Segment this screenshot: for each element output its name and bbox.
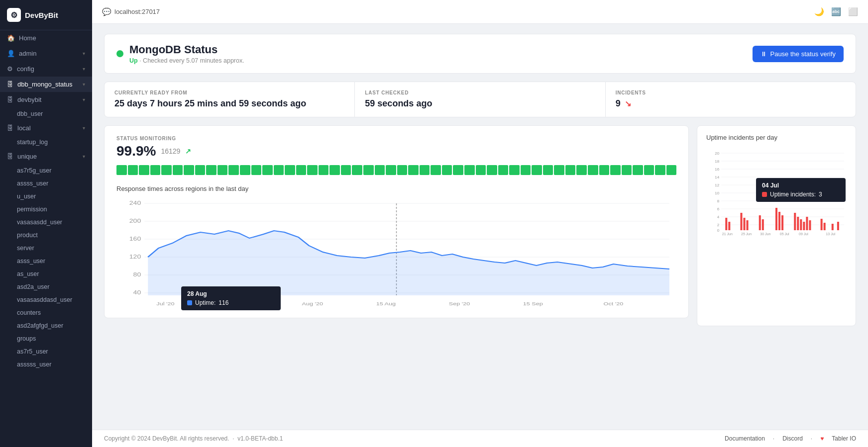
app-name: DevByBit [25, 11, 58, 19]
sidebar-item-home[interactable]: 🏠 Home [0, 30, 92, 46]
sidebar-item-vasasasdd-user[interactable]: vasasasdd_user [0, 216, 92, 229]
bar-chart-area: 20 18 16 14 12 10 8 6 4 2 0 [706, 148, 847, 238]
sidebar-item-vasasasddasd-user[interactable]: vasasasddasd_user [0, 293, 92, 306]
pause-icon: ⏸ [760, 50, 767, 58]
sidebar-item-permission[interactable]: permission [0, 203, 92, 216]
bar-tooltip-date: 04 Jul [762, 182, 840, 189]
chevron-icon: ▾ [83, 97, 85, 102]
svg-rect-57 [821, 219, 823, 230]
sidebar-item-product[interactable]: product [0, 229, 92, 242]
sidebar-item-devbybit[interactable]: 🗄 devbybit ▾ [0, 92, 92, 107]
sidebar-item-local[interactable]: 🗄 local ▾ [0, 120, 92, 136]
svg-text:15 Aug: 15 Aug [376, 301, 396, 306]
bar-tooltip-dot [762, 192, 767, 197]
svg-text:15 Sep: 15 Sep [523, 301, 543, 306]
incidents-chart-title: Uptime incidents per day [706, 134, 847, 141]
uptime-block [431, 165, 441, 175]
dark-mode-icon[interactable]: 🌙 [814, 7, 824, 16]
uptime-block [262, 165, 273, 175]
sidebar-item-as7r5g-user[interactable]: as7r5g_user [0, 164, 92, 177]
uptime-block [150, 165, 161, 175]
svg-text:Oct '20: Oct '20 [604, 301, 624, 306]
sidebar-item-server[interactable]: server [0, 242, 92, 255]
sidebar-item-config[interactable]: ⚙ config ▾ [0, 61, 92, 77]
config-icon: ⚙ [7, 65, 13, 73]
pause-status-button[interactable]: ⏸ Pause the status verify [753, 46, 844, 62]
sidebar-item-label: permission [17, 206, 47, 213]
sidebar-item-as7r5-user[interactable]: as7r5_user [0, 345, 92, 358]
sidebar-item-asd2a-user[interactable]: asd2a_user [0, 280, 92, 293]
svg-text:25 Jun: 25 Jun [741, 232, 752, 236]
svg-rect-46 [759, 215, 761, 230]
chevron-icon: ▾ [83, 51, 85, 56]
sidebar-item-asd2afgfgd-user[interactable]: asd2afgfgd_user [0, 319, 92, 332]
response-chart-tooltip: 28 Aug Uptime: 116 [181, 286, 281, 310]
sidebar-item-asssss-user[interactable]: asssss_user [0, 358, 92, 371]
status-title-area: MongoDB Status Up · Checked every 5.07 m… [116, 43, 244, 64]
stat-last-checked-label: LAST CHECKED [365, 90, 595, 95]
footer: Copyright © 2024 DevByBit. All rights re… [92, 430, 868, 447]
chevron-icon: ▾ [83, 125, 85, 131]
uptime-block [274, 165, 284, 175]
sidebar-logo[interactable]: ⚙ DevByBit [0, 0, 92, 30]
sidebar-item-startup-log[interactable]: startup_log [0, 136, 92, 149]
svg-rect-47 [762, 219, 764, 230]
sidebar-item-label: asss_user [17, 258, 45, 265]
monitoring-value: 99.9% 16129 ↗ [116, 143, 676, 159]
status-header: MongoDB Status Up · Checked every 5.07 m… [104, 34, 856, 74]
footer-separator: · [773, 435, 774, 442]
sidebar-item-label: admin [19, 50, 36, 57]
stat-incidents-label: INCIDENTS [616, 90, 846, 95]
uptime-block [408, 165, 419, 175]
uptime-block [599, 165, 610, 175]
stats-row: CURRENTLY READY FROM 25 days 7 hours 25 … [104, 82, 856, 117]
sidebar-item-label: counters [17, 309, 41, 316]
status-interval: Checked every 5.07 minutes approx. [143, 57, 244, 64]
topbar-connection[interactable]: 💬 localhost:27017 [102, 7, 160, 16]
footer-separator: · [811, 435, 812, 442]
svg-rect-58 [824, 223, 826, 230]
svg-text:13 Jul: 13 Jul [826, 232, 835, 236]
connection-label: localhost:27017 [114, 8, 160, 15]
uptime-block [173, 165, 183, 175]
monitoring-card: STATUS MONITORING 99.9% 16129 ↗ Response… [104, 125, 689, 318]
svg-rect-54 [803, 222, 805, 230]
uptime-block [487, 165, 497, 175]
sidebar-item-label: devbybit [17, 96, 41, 103]
translate-icon[interactable]: 🔤 [831, 7, 841, 16]
status-subtitle: Up · Checked every 5.07 minutes approx. [129, 57, 244, 64]
sidebar-item-unique[interactable]: 🗄 unique ▾ [0, 149, 92, 164]
footer-link-discord[interactable]: Discord [782, 435, 803, 442]
footer-link-documentation[interactable]: Documentation [725, 435, 765, 442]
sidebar-item-u-user[interactable]: u_user [0, 190, 92, 203]
svg-text:Jul '20: Jul '20 [156, 301, 174, 306]
sidebar-item-label: asd2afgfgd_user [17, 322, 63, 329]
sidebar-item-label: dbb_mongo_status [17, 81, 73, 88]
uptime-block [319, 165, 329, 175]
sidebar-item-dbb-user[interactable]: dbb_user [0, 107, 92, 120]
sidebar-item-label: as7r5_user [17, 348, 48, 355]
stat-last-checked-value: 59 seconds ago [365, 98, 595, 109]
svg-text:Aug '20: Aug '20 [302, 301, 323, 306]
footer-link-tabler[interactable]: Tabler IO [832, 435, 856, 442]
status-state: Up [129, 57, 138, 64]
uptime-block [622, 165, 632, 175]
window-icon[interactable]: ⬜ [848, 7, 858, 16]
sidebar-item-dbb-mongo-status[interactable]: 🗄 dbb_mongo_status ▾ [0, 77, 92, 92]
uptime-block [565, 165, 576, 175]
stat-incidents-value: 9 ↘ [616, 98, 846, 109]
sidebar-item-asss-user[interactable]: asss_user [0, 255, 92, 268]
uptime-block [554, 165, 564, 175]
sidebar-item-admin[interactable]: 👤 admin ▾ [0, 46, 92, 61]
svg-text:30 Jun: 30 Jun [760, 232, 770, 236]
sidebar-item-as-user[interactable]: as_user [0, 268, 92, 280]
uptime-block [521, 165, 531, 175]
sidebar-item-groups[interactable]: groups [0, 332, 92, 345]
uptime-block [341, 165, 351, 175]
sidebar-item-assss-user[interactable]: assss_user [0, 177, 92, 190]
svg-text:80: 80 [133, 272, 141, 277]
sidebar-item-counters[interactable]: counters [0, 306, 92, 319]
svg-rect-51 [794, 213, 796, 230]
sidebar-item-label: startup_log [17, 139, 48, 146]
tooltip-color-dot [187, 300, 192, 305]
